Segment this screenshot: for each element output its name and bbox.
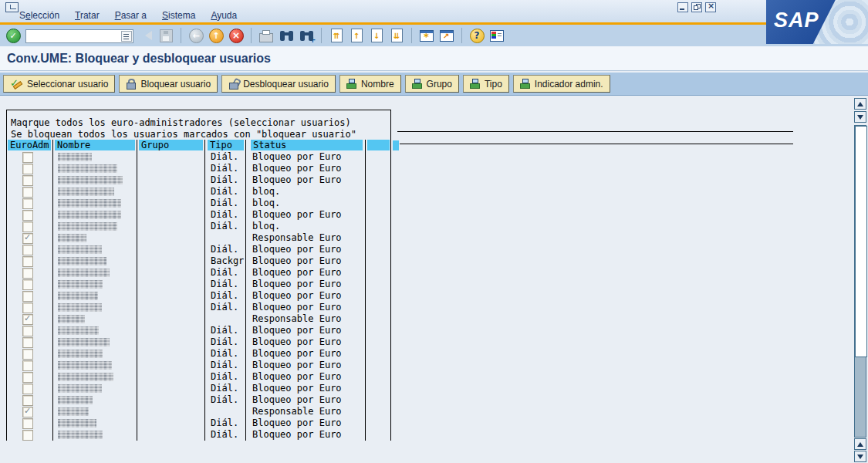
euroadm-checkbox[interactable] [22, 349, 33, 360]
menu-seleccion[interactable]: Selección [19, 10, 59, 21]
menu-sistema[interactable]: Sistema [162, 10, 195, 21]
cell-status: Bloqueo por Euro [252, 371, 342, 383]
euroadm-checkbox[interactable] [22, 164, 33, 174]
euroadm-checkbox[interactable] [22, 418, 33, 429]
menu-ayuda[interactable]: Ayuda [211, 10, 237, 21]
cell-tipo: Diál. [211, 174, 238, 186]
euroadm-checkbox[interactable] [22, 430, 33, 441]
euroadm-checkbox[interactable] [22, 302, 33, 313]
table-row: Diál. Bloqueo por Euro [0, 279, 391, 290]
cell-status: Responsable Euro [252, 232, 342, 244]
euroadm-checkbox[interactable] [22, 210, 33, 221]
customize-layout-icon[interactable] [489, 28, 505, 43]
euroadm-checkbox[interactable] [22, 291, 33, 302]
user-name-redacted [58, 303, 102, 312]
user-name-redacted [58, 350, 103, 358]
col-header-nombre[interactable]: Nombre [55, 140, 135, 150]
help-icon[interactable] [469, 28, 485, 43]
menu-pasar-a[interactable]: Pasar a [115, 10, 147, 21]
cell-tipo: Diál. [211, 163, 238, 174]
col-header-status[interactable]: Status [251, 140, 363, 150]
cell-status: bloq. [252, 221, 280, 232]
cell-tipo: Diál. [211, 221, 238, 232]
check-pencil-icon [10, 79, 22, 89]
exit-icon[interactable] [208, 28, 224, 43]
command-field[interactable] [25, 29, 133, 43]
unblock-user-button[interactable]: Desbloquear usuario [221, 75, 336, 93]
save-icon[interactable] [158, 28, 174, 43]
list-content-area: Maqrque todos los euro-administradores (… [0, 96, 868, 463]
last-page-icon[interactable] [389, 28, 404, 43]
cancel-icon[interactable] [228, 28, 244, 43]
sort-icon [520, 79, 530, 89]
user-name-redacted [58, 292, 98, 300]
euroadm-checkbox[interactable] [22, 337, 33, 348]
euroadm-checkbox[interactable] [22, 360, 33, 371]
select-user-button[interactable]: Seleccionar usuario [3, 75, 115, 93]
back-icon[interactable] [188, 28, 204, 43]
cell-tipo: Diál. [211, 336, 238, 348]
euroadm-checkbox[interactable] [22, 221, 33, 232]
euroadm-checkbox[interactable] [22, 175, 33, 186]
enter-icon[interactable] [5, 28, 21, 43]
close-icon[interactable] [705, 2, 716, 12]
cell-status: Bloqueo por Euro [252, 290, 342, 302]
next-page-icon[interactable] [369, 28, 384, 43]
print-icon[interactable] [258, 28, 274, 43]
euroadm-checkbox[interactable] [22, 245, 33, 255]
euroadm-checkbox[interactable] [22, 256, 33, 267]
table-row: Diál. Bloqueo por Euro [0, 174, 391, 186]
back-step-icon[interactable] [138, 28, 154, 43]
scroll-down-icon[interactable] [854, 111, 866, 123]
cell-status: Bloqueo por Euro [252, 255, 342, 267]
cell-status: Bloqueo por Euro [252, 163, 342, 174]
minimize-icon[interactable] [677, 2, 688, 12]
previous-page-icon[interactable] [349, 28, 364, 43]
sort-by-name-button[interactable]: Nombre [339, 75, 401, 93]
euroadm-checkbox[interactable] [22, 152, 33, 163]
euroadm-checkbox[interactable] [22, 314, 33, 325]
menu-tratar[interactable]: Tratar [75, 10, 100, 21]
euroadm-checkbox[interactable] [22, 384, 33, 394]
scroll-page-up-icon[interactable] [854, 438, 866, 450]
euroadm-checkbox[interactable] [22, 187, 33, 198]
euroadm-checkbox[interactable] [22, 268, 33, 279]
col-header-tipo[interactable]: Tipo [208, 140, 244, 150]
sort-by-group-button[interactable]: Grupo [405, 75, 459, 93]
user-name-redacted [58, 315, 85, 323]
euroadm-checkbox[interactable] [22, 198, 33, 209]
user-name-redacted [58, 164, 117, 173]
new-session-icon[interactable] [419, 28, 434, 43]
standard-toolbar: + [0, 25, 868, 46]
table-row: Diál. bloq. [0, 198, 391, 209]
cell-status: Bloqueo por Euro [252, 383, 342, 394]
create-shortcut-icon[interactable] [439, 28, 454, 43]
restore-icon[interactable] [691, 2, 702, 12]
sort-icon [346, 79, 356, 89]
scrollbar-track[interactable] [854, 125, 866, 438]
first-page-icon[interactable] [329, 28, 344, 43]
cell-tipo: Diál. [211, 360, 238, 371]
sort-by-admin-flag-button[interactable]: Indicador admin. [513, 75, 610, 93]
scroll-page-down-icon[interactable] [854, 451, 866, 462]
user-name-redacted [58, 384, 102, 393]
col-header-euroadm[interactable]: EuroAdm [8, 140, 51, 150]
command-history-icon[interactable] [121, 31, 132, 42]
scroll-up-icon[interactable] [854, 98, 866, 110]
scrollbar-thumb[interactable] [855, 126, 867, 357]
euroadm-checkbox[interactable] [22, 372, 33, 383]
find-next-icon[interactable]: + [299, 28, 314, 43]
euroadm-checkbox[interactable] [22, 326, 33, 336]
euroadm-checkbox[interactable] [22, 279, 33, 290]
euroadm-checkbox[interactable] [22, 407, 33, 417]
col-header-grupo[interactable]: Grupo [139, 140, 203, 150]
separator-line-2 [400, 144, 793, 144]
table-row: Diál. Bloqueo por Euro [0, 383, 391, 394]
header-row-stub [393, 140, 399, 150]
find-icon[interactable] [279, 28, 294, 43]
block-user-button[interactable]: Bloquear usuario [119, 75, 218, 93]
sort-by-type-button[interactable]: Tipo [463, 75, 509, 93]
euroadm-checkbox[interactable] [22, 395, 33, 406]
window-menu-icon[interactable] [5, 2, 19, 12]
euroadm-checkbox[interactable] [22, 233, 33, 244]
